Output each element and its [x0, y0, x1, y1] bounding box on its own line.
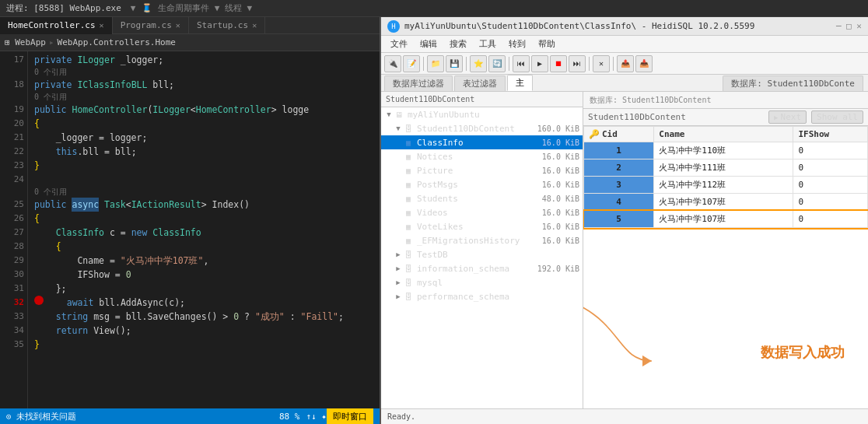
close-program-icon[interactable]: ✕	[176, 21, 180, 30]
tab-table-filter[interactable]: 表过滤器	[454, 75, 506, 91]
cell-cid: 2	[584, 159, 654, 177]
toolbar-save-btn[interactable]: 💾	[446, 55, 463, 72]
ide-code-toolbar: ⊞ WebApp ▸ WebApp.Controllers.Home	[0, 34, 380, 51]
tab-main[interactable]: 主	[507, 75, 533, 91]
code-line-25: public async Task<IActionResult> Index()	[34, 198, 373, 212]
toolbar-star-btn[interactable]: ⭐	[470, 55, 487, 72]
code-line-22: this.bll = bll;	[34, 145, 373, 159]
show-all-label: Show all	[817, 112, 858, 122]
menu-search[interactable]: 搜索	[443, 37, 473, 51]
table-row[interactable]: 3 火马冲中学112班 0	[584, 177, 868, 194]
show-all-btn[interactable]: Show all	[811, 110, 863, 124]
table-icon-classinfo: ▦	[403, 137, 414, 148]
heidi-titlebar: H myAliYunUbuntu\Student110DbContent\Cla…	[381, 17, 868, 36]
heidi-toolbar: 🔌 📝 📁 💾 ⭐ 🔄 ⏮ ▶ ⏹ ⏭ ✕ 📤 📥	[381, 53, 868, 75]
toolbar-stop-btn[interactable]: ⏹	[550, 55, 567, 72]
tree-server[interactable]: ▼ 🖥 myAliYunUbuntu	[381, 107, 583, 121]
table-row[interactable]: 1 火马冲中学110班 0	[584, 142, 868, 159]
tab-program[interactable]: Program.cs ✕	[113, 17, 189, 34]
tab-startup[interactable]: Startup.cs ✕	[189, 17, 265, 34]
db-icon: 🗄	[403, 123, 414, 134]
toolbar-refresh-btn[interactable]: 🔄	[488, 55, 506, 72]
ide-status-extra: ↑↓ ✦	[306, 412, 327, 422]
tree-db-student[interactable]: ▼ 🗄 Student110DbContent 160.0 KiB	[381, 121, 583, 135]
menu-tools[interactable]: 工具	[473, 37, 502, 51]
close-homecontroller-icon[interactable]: ✕	[100, 21, 104, 30]
main-split: HomeController.cs ✕ Program.cs ✕ Startup…	[0, 17, 868, 424]
tab-db-content[interactable]: 数据库: Student110DbConte	[723, 75, 863, 91]
code-line-29: Cname = "火马冲中学107班",	[34, 254, 373, 268]
tree-table-postmsgs[interactable]: ▦ PostMsgs 16.0 KiB	[381, 177, 583, 191]
table-icon-picture: ▦	[403, 165, 414, 176]
table-videos-size: 16.0 KiB	[542, 208, 579, 217]
table-row[interactable]: 4 火马冲中学107班 0	[584, 194, 868, 211]
cell-cname: 火马冲中学111班	[654, 159, 793, 177]
db-student-label: Student110DbContent	[417, 124, 515, 134]
table-classinfo-size: 16.0 KiB	[542, 138, 579, 147]
table-picture-size: 16.0 KiB	[542, 166, 579, 175]
db-expand-icon: ▼	[394, 124, 403, 133]
tree-table-classinfo[interactable]: ▦ ClassInfo 16.0 KiB	[381, 135, 583, 149]
tab-db-filter[interactable]: 数据库过滤器	[384, 75, 453, 91]
db-student-size: 160.0 KiB	[537, 124, 579, 133]
table-row[interactable]: 2 火马冲中学111班 0	[584, 159, 868, 177]
ide-statusbar: ⊙ 未找到相关问题 88 % ↑↓ ✦ 即时窗口	[0, 408, 380, 424]
tree-db-mysql[interactable]: ▶ 🗄 mysql	[381, 275, 583, 289]
menu-file[interactable]: 文件	[384, 37, 414, 51]
tree-table-notices[interactable]: ▦ Notices 16.0 KiB	[381, 149, 583, 163]
table-notices-size: 16.0 KiB	[542, 152, 579, 161]
breadcrumb: WebApp.Controllers.Home	[58, 37, 176, 47]
table-votelikes-size: 16.0 KiB	[542, 223, 579, 231]
tree-header: Student110DbContent	[381, 92, 583, 107]
toolbar-connect-btn[interactable]: 🔌	[384, 55, 401, 72]
perf-label: performance_schema	[417, 292, 509, 302]
toolbar-newquery-btn[interactable]: 📝	[403, 55, 420, 72]
success-message: 数据写入成功	[761, 343, 845, 362]
toolbar-prev-btn[interactable]: ⏮	[513, 55, 530, 72]
table-row[interactable]: 5 火马冲中学107班 0	[584, 211, 868, 228]
tree-db-performance[interactable]: ▶ 🗄 performance_schema	[381, 289, 583, 303]
ide-panel: HomeController.cs ✕ Program.cs ✕ Startup…	[0, 17, 381, 424]
content-header: 数据库: Student110DbContent	[583, 92, 868, 109]
toolbar-close-btn[interactable]: ✕	[593, 55, 610, 72]
toolbar-import-btn[interactable]: 📥	[635, 55, 653, 72]
tree-db-information[interactable]: ▶ 🗄 information_schema 192.0 KiB	[381, 261, 583, 275]
cell-ifshow: 0	[793, 159, 868, 177]
webApp-label: ⊞ WebApp	[5, 37, 46, 47]
table-postmsgs-size: 16.0 KiB	[542, 180, 579, 189]
testdb-icon: 🗄	[403, 249, 414, 260]
bottom-panel-tab[interactable]: 即时窗口	[327, 408, 373, 424]
menu-help[interactable]: 帮助	[532, 37, 562, 51]
testdb-label: TestDB	[417, 250, 448, 260]
toolbar-play-btn[interactable]: ▶	[531, 55, 548, 72]
testdb-expand-icon: ▶	[394, 250, 403, 259]
toolbar-open-btn[interactable]: 📁	[427, 55, 444, 72]
tree-header-label: Student110DbContent	[386, 95, 474, 103]
root: 进程: [8588] WebApp.exe ▼ 🧵 生命周期事件 ▼ 线程 ▼ …	[0, 0, 868, 424]
ide-zoom: 88 %	[279, 412, 300, 422]
toolbar-export-btn[interactable]: 📤	[617, 55, 634, 72]
table-icon-votelikes: ▦	[403, 221, 414, 232]
table-videos-label: Videos	[417, 208, 448, 218]
code-line-34: return View();	[34, 324, 373, 338]
tree-table-picture[interactable]: ▦ Picture 16.0 KiB	[381, 163, 583, 177]
tree-table-efmigrations[interactable]: ▦ _EFMigrationsHistory 16.0 KiB	[381, 233, 583, 247]
tree-table-votelikes[interactable]: ▦ VoteLikes 16.0 KiB	[381, 219, 583, 233]
tree-table-videos[interactable]: ▦ Videos 16.0 KiB	[381, 205, 583, 219]
toolbar-sep2	[466, 57, 467, 71]
next-btn[interactable]: ▶ Next	[768, 110, 807, 124]
tree-db-testdb[interactable]: ▶ 🗄 TestDB	[381, 247, 583, 261]
tab-homecontroller[interactable]: HomeController.cs ✕	[0, 17, 113, 34]
server-label: myAliYunUbuntu	[408, 110, 480, 120]
toolbar-next-btn[interactable]: ⏭	[569, 55, 586, 72]
code-line-19: public HomeController(ILogger<HomeContro…	[34, 103, 373, 117]
tree-table-students[interactable]: ▦ Students 48.0 KiB	[381, 191, 583, 205]
heidi-statusbar: Ready.	[381, 408, 868, 424]
menu-goto[interactable]: 转到	[502, 37, 532, 51]
cell-ifshow: 0	[793, 194, 868, 211]
code-line-26: {	[34, 212, 373, 226]
close-startup-icon[interactable]: ✕	[252, 21, 257, 30]
table-icon-efmigrations: ▦	[403, 235, 414, 246]
menu-edit[interactable]: 编辑	[414, 37, 443, 51]
table-picture-label: Picture	[417, 166, 453, 176]
